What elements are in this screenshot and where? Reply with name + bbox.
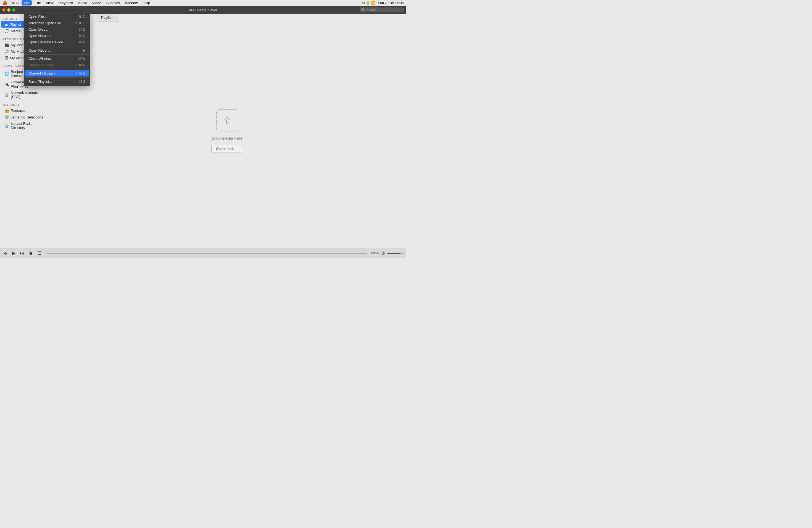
file-menu-convert-stream-label: Convert / Stream... xyxy=(28,71,59,75)
submenu-arrow-icon: ▶ xyxy=(83,48,85,52)
menu-edit[interactable]: Edit xyxy=(32,0,43,5)
sidebar-item-podcasts[interactable]: 📻 Podcasts xyxy=(1,107,47,114)
my-pictures-icon: 🖼 xyxy=(4,56,8,60)
my-videos-icon: 🎬 xyxy=(4,43,9,47)
minimize-button[interactable] xyxy=(7,8,11,12)
file-menu-open-recent-label: Open Recent xyxy=(28,48,50,53)
file-menu-open-network-label: Open Network... xyxy=(28,34,54,38)
media-library-icon: 🎵 xyxy=(4,29,9,33)
sidebar-label-playlist: Playlist xyxy=(10,23,21,27)
menu-video[interactable]: Video xyxy=(90,0,104,5)
volume-slider[interactable] xyxy=(387,253,404,254)
menu-bar-right: ⚙ 🔋 📶 Sun 20 Oct 00:35 xyxy=(362,1,404,5)
file-menu-sep3 xyxy=(24,69,90,69)
sidebar-label-podcasts: Podcasts xyxy=(11,108,25,113)
play-button[interactable]: ▶ xyxy=(11,250,17,256)
menu-subtitles[interactable]: Subtitles xyxy=(104,0,122,5)
forward-button[interactable]: ⏭ xyxy=(19,250,25,256)
file-menu-dropdown[interactable]: Open File... ⌘ O Advanced Open File... ⇧… xyxy=(24,12,90,86)
sidebar-label-sap: Network streams (SAP) xyxy=(11,91,44,99)
icecast-icon: 📡 xyxy=(4,123,9,128)
file-menu-close-window-shortcut: ⌘ W xyxy=(78,57,85,61)
sap-icon: 📡 xyxy=(4,92,9,97)
open-media-button[interactable]: Open media... xyxy=(211,145,243,152)
file-menu-open-capture-shortcut: ⌘ R xyxy=(79,40,85,44)
jamendo-icon: 🎼 xyxy=(4,115,9,119)
search-icon: 🔍 xyxy=(361,8,365,12)
file-menu-convert-stream[interactable]: Convert / Stream... ⇧ ⌘ S xyxy=(25,70,89,76)
drop-media-text: Drop media here xyxy=(212,136,243,141)
vlc-window-title: VLC media player xyxy=(189,8,217,12)
file-menu-open-disc-shortcut: ⌘ D xyxy=(79,28,85,31)
file-menu-save-playlist-shortcut: ⌘ S xyxy=(79,80,85,84)
file-menu-close-window[interactable]: Close Window ⌘ W xyxy=(25,56,89,62)
upnp-icon: 🔌 xyxy=(4,82,9,86)
podcasts-icon: 📻 xyxy=(4,108,9,113)
file-menu-open-capture-label: Open Capture Device... xyxy=(28,40,66,44)
file-menu-close-window-label: Close Window xyxy=(28,57,52,61)
sidebar-item-jamendo[interactable]: 🎼 Jamendo Selections xyxy=(1,114,47,120)
file-menu-convert-stream-shortcut: ⇧ ⌘ S xyxy=(75,72,85,75)
volume-icon: 🔊 xyxy=(382,251,386,255)
file-menu-open-file-label: Open File... xyxy=(28,15,47,19)
bottom-toolbar: ⏮ ▶ ⏭ ⏹ ☰ 00:00 🔊 xyxy=(0,248,406,258)
fullscreen-button[interactable] xyxy=(12,8,15,12)
drop-zone[interactable]: Drop media here Open media... xyxy=(211,109,243,152)
file-menu-open-recent[interactable]: Open Recent ▶ xyxy=(25,47,89,54)
bonjour-icon: 🌐 xyxy=(4,72,9,76)
file-menu-open-file-shortcut: ⌘ O xyxy=(78,15,85,19)
menu-file[interactable]: File xyxy=(21,0,32,5)
menu-playback[interactable]: Playback xyxy=(56,0,75,5)
file-menu-open-network[interactable]: Open Network... ⌘ N xyxy=(25,33,89,39)
menu-window[interactable]: Window xyxy=(123,0,140,5)
file-menu-advanced-open-label: Advanced Open File... xyxy=(28,21,64,25)
file-menu-reveal-finder-label: Reveal in Finder xyxy=(28,63,55,67)
volume-area: 🔊 xyxy=(382,251,404,255)
file-menu-advanced-open-shortcut: ⇧ ⌘ O xyxy=(75,21,85,25)
search-input[interactable] xyxy=(366,8,402,12)
datetime-display: Sun 20 Oct 00:35 xyxy=(378,1,404,5)
stop-button[interactable]: ⏹ xyxy=(28,250,34,256)
time-display: 00:00 xyxy=(371,251,379,255)
drop-arrow-icon xyxy=(222,115,233,126)
menu-vlc[interactable]: VLC xyxy=(10,0,21,5)
file-menu-open-file[interactable]: Open File... ⌘ O xyxy=(25,14,89,20)
file-menu-open-disc[interactable]: Open Disc... ⌘ D xyxy=(25,26,89,33)
system-icons: ⚙ 🔋 📶 xyxy=(362,1,375,5)
macos-menu-bar: 🍎 VLC File Edit View Playback Audio Vide… xyxy=(0,0,406,6)
file-menu-sep1 xyxy=(24,46,90,46)
sidebar-label-jamendo: Jamendo Selections xyxy=(11,115,43,119)
menu-help[interactable]: Help xyxy=(141,0,153,5)
file-menu-open-disc-label: Open Disc... xyxy=(28,27,48,31)
sidebar-section-internet: INTERNET xyxy=(0,102,48,107)
timeline-bar[interactable] xyxy=(47,253,367,254)
drop-icon-box xyxy=(216,109,238,131)
apple-logo-icon[interactable]: 🍎 xyxy=(2,1,8,5)
sidebar-item-sap[interactable]: 📡 Network streams (SAP) xyxy=(1,89,47,100)
file-menu-save-playlist[interactable]: Save Playlist... ⌘ S xyxy=(25,78,89,85)
file-menu-advanced-open[interactable]: Advanced Open File... ⇧ ⌘ O xyxy=(25,20,89,26)
file-menu-reveal-finder-shortcut: ⇧ ⌘ R xyxy=(75,63,85,67)
file-menu-sep2 xyxy=(24,54,90,55)
file-menu-save-playlist-label: Save Playlist... xyxy=(28,79,52,84)
file-menu-open-capture[interactable]: Open Capture Device... ⌘ R xyxy=(25,39,89,45)
volume-fill xyxy=(387,253,401,254)
menu-view[interactable]: View xyxy=(44,0,56,5)
playlist-icon: ☰ xyxy=(4,22,8,27)
rewind-button[interactable]: ⏮ xyxy=(2,250,9,256)
file-menu-sep4 xyxy=(24,77,90,78)
traffic-lights xyxy=(0,8,18,12)
main-content-area: Playlist | Drop media here Open media... xyxy=(48,14,406,248)
playlist-tab-header: Playlist | xyxy=(97,14,119,21)
playlist-toggle-button[interactable]: ☰ xyxy=(37,250,43,256)
file-menu-open-network-shortcut: ⌘ N xyxy=(79,34,85,38)
menu-audio[interactable]: Audio xyxy=(76,0,89,5)
svg-marker-0 xyxy=(225,117,230,124)
sidebar-item-icecast[interactable]: 📡 Icecast Radio Directory xyxy=(1,120,47,131)
search-box[interactable]: 🔍 xyxy=(360,8,404,12)
close-button[interactable] xyxy=(2,8,5,12)
sidebar-label-icecast: Icecast Radio Directory xyxy=(11,121,44,130)
file-menu-reveal-finder[interactable]: Reveal in Finder ⇧ ⌘ R xyxy=(25,62,89,68)
my-music-icon: 🎵 xyxy=(4,49,9,54)
